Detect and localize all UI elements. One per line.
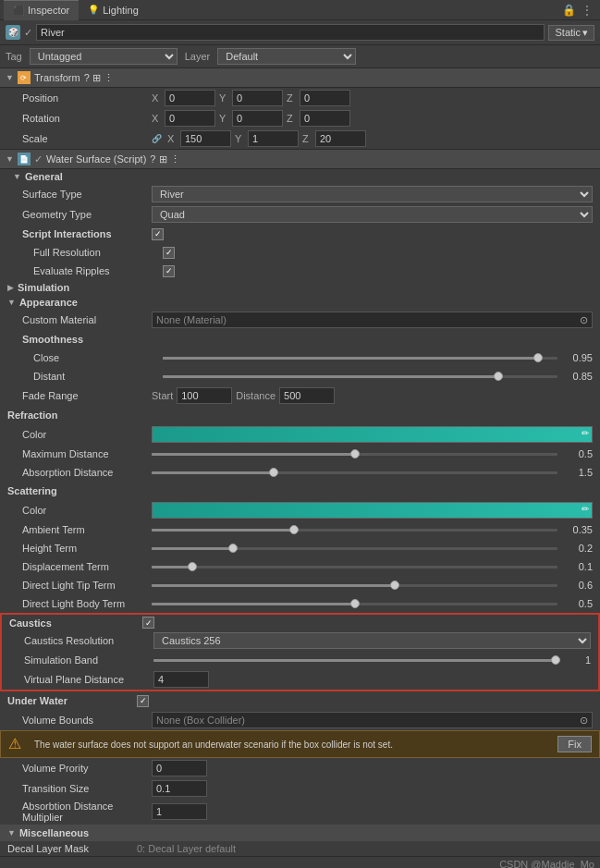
height-term-slider-track[interactable] (152, 547, 557, 550)
close-slider-track[interactable] (163, 357, 557, 360)
fade-range-row: Fade Range Start Distance (0, 385, 600, 406)
simulation-band-slider-track[interactable] (153, 659, 556, 662)
transform-settings-icon[interactable]: ⊞ (92, 72, 101, 83)
active-checkbox[interactable]: ✓ (24, 27, 32, 39)
water-settings-icon[interactable]: ⊞ (159, 153, 167, 165)
max-distance-slider-track[interactable] (152, 453, 557, 456)
simulation-section-header[interactable]: ▶ Simulation (0, 280, 600, 295)
warning-icon: ⚠ (8, 735, 27, 753)
object-name-input[interactable] (36, 24, 545, 41)
water-active-checkbox[interactable]: ✓ (34, 153, 43, 165)
caustics-resolution-select[interactable]: Caustics 256 (153, 632, 591, 649)
water-surface-header[interactable]: ▼ 📄 ✓ Water Surface (Script) ? ⊞ ⋮ (0, 150, 600, 169)
static-dropdown-icon: ▾ (582, 27, 588, 39)
general-section-header[interactable]: ▼ General (0, 169, 600, 184)
fade-start-input[interactable] (177, 387, 232, 404)
fade-range-inputs: Start Distance (152, 387, 335, 404)
caustics-checkbox[interactable]: ✓ (142, 617, 154, 629)
direct-light-body-slider-track[interactable] (152, 603, 557, 605)
water-collapse-icon[interactable]: ▼ (6, 154, 14, 164)
direct-light-tip-slider-value: 0.6 (563, 580, 593, 591)
absorption-dist-mult-input[interactable] (152, 803, 207, 820)
pos-y-input[interactable] (232, 90, 283, 106)
decal-layer-value: 0: Decal Layer default (137, 843, 593, 854)
fix-button[interactable]: Fix (557, 736, 592, 752)
height-term-slider-value: 0.2 (563, 543, 593, 554)
volume-priority-input[interactable] (152, 760, 207, 776)
displacement-term-row: Displacement Term 0.1 (0, 557, 600, 576)
evaluate-ripples-label: Evaluate Ripples (33, 265, 163, 276)
scale-z-label: Z (302, 133, 312, 144)
distant-slider-thumb[interactable] (494, 372, 503, 381)
geometry-type-select[interactable]: Quad (152, 206, 593, 223)
scale-y-label: Y (235, 133, 244, 144)
tag-label: Tag (6, 51, 22, 62)
scale-y-input[interactable] (248, 130, 299, 147)
simulation-band-slider-thumb[interactable] (551, 655, 560, 665)
scat-color-swatch[interactable]: ✏ (152, 502, 593, 519)
tab-inspector[interactable]: ⬛ Inspector (4, 0, 79, 20)
water-more-icon[interactable]: ⋮ (170, 153, 180, 165)
height-term-slider-thumb[interactable] (228, 544, 238, 553)
refr-color-swatch[interactable]: ✏ (152, 426, 593, 443)
refr-color-picker-icon[interactable]: ✏ (582, 428, 589, 438)
volume-bounds-value: None (Box Collider) ⊙ (152, 712, 593, 728)
rotation-label: Rotation (22, 113, 152, 124)
absorption-dist-slider-fill (152, 471, 274, 474)
tab-action-icons: 🔒 ⋮ (562, 4, 596, 17)
direct-light-tip-slider-track[interactable] (152, 584, 557, 587)
static-button[interactable]: Static ▾ (548, 25, 594, 41)
scale-xyz: 🔗 X Y Z (152, 130, 366, 147)
script-interactions-checkbox[interactable]: ✓ (152, 228, 164, 240)
tag-select[interactable]: Untagged (30, 48, 178, 65)
custom-material-select-icon[interactable]: ⊙ (580, 314, 588, 326)
transition-size-input[interactable] (152, 780, 207, 797)
max-distance-label: Maximum Distance (22, 448, 152, 459)
virtual-plane-input[interactable] (153, 671, 209, 688)
rotation-xyz: X Y Z (152, 110, 350, 127)
transition-size-value (152, 780, 593, 797)
volume-bounds-select-icon[interactable]: ⊙ (580, 715, 588, 727)
transform-more-icon[interactable]: ⋮ (104, 72, 114, 83)
transform-collapse-icon[interactable]: ▼ (6, 73, 14, 82)
displacement-term-label: Displacement Term (22, 561, 152, 572)
surface-type-select[interactable]: River (152, 186, 593, 202)
ambient-term-slider-thumb[interactable] (289, 525, 299, 534)
miscellaneous-section[interactable]: ▼ Miscellaneous (0, 825, 600, 841)
full-resolution-checkbox[interactable]: ✓ (163, 247, 175, 259)
displacement-term-slider-thumb[interactable] (188, 562, 197, 571)
custom-material-field[interactable]: None (Material) ⊙ (152, 312, 593, 328)
rot-z-input[interactable] (300, 110, 350, 127)
pos-z-input[interactable] (300, 90, 350, 106)
custom-material-label: Custom Material (22, 314, 152, 325)
direct-light-body-slider-thumb[interactable] (350, 599, 360, 608)
pos-x-input[interactable] (165, 90, 215, 106)
close-slider-thumb[interactable] (533, 353, 543, 362)
appearance-section-header[interactable]: ▼ Appearance (0, 295, 600, 310)
transform-help-icon[interactable]: ? (84, 72, 90, 83)
ambient-term-slider-track[interactable] (152, 529, 557, 532)
water-help-icon[interactable]: ? (150, 153, 155, 165)
volume-bounds-field[interactable]: None (Box Collider) ⊙ (152, 712, 593, 728)
absorption-dist-slider-thumb[interactable] (269, 468, 278, 477)
layer-select[interactable]: Default (217, 48, 356, 65)
rot-y-input[interactable] (232, 110, 283, 127)
tab-lighting[interactable]: 💡 Lighting (79, 0, 148, 20)
volume-bounds-label: Volume Bounds (22, 715, 152, 726)
absorption-dist-slider-track[interactable] (152, 471, 557, 474)
scale-x-input[interactable] (180, 130, 231, 147)
scale-z-input[interactable] (315, 130, 366, 147)
scale-value: 🔗 X Y Z (152, 130, 593, 147)
lock-icon[interactable]: 🔒 (562, 4, 576, 17)
under-water-checkbox[interactable]: ✓ (137, 695, 149, 707)
fade-distance-input[interactable] (279, 387, 335, 404)
transform-header[interactable]: ▼ ⟳ Transform ? ⊞ ⋮ (0, 68, 600, 88)
direct-light-tip-slider-thumb[interactable] (390, 581, 399, 590)
scat-color-picker-icon[interactable]: ✏ (582, 504, 589, 514)
displacement-term-slider-track[interactable] (152, 566, 557, 568)
rot-x-input[interactable] (165, 110, 215, 127)
evaluate-ripples-checkbox[interactable]: ✓ (163, 265, 175, 277)
distant-slider-track[interactable] (163, 375, 557, 378)
more-icon[interactable]: ⋮ (582, 4, 593, 17)
max-distance-slider-thumb[interactable] (350, 449, 360, 458)
